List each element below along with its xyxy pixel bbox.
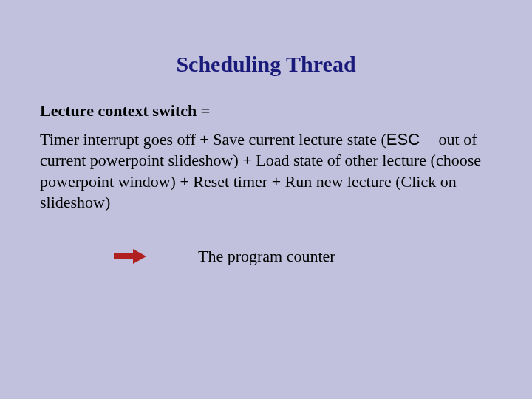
paragraph-prefix: Timer interrupt goes off + Save current … [40,130,386,149]
context-switch-paragraph: Timer interrupt goes off + Save current … [40,129,488,214]
arrow-row: The program counter [114,246,488,267]
slide: Scheduling Thread Lecture context switch… [0,52,532,399]
right-arrow-icon [114,250,146,262]
context-switch-heading: Lecture context switch = [40,100,488,122]
slide-title: Scheduling Thread [0,52,532,77]
slide-body: Lecture context switch = Timer interrupt… [40,100,488,267]
esc-key-label: ESC [386,130,420,149]
arrow-label: The program counter [198,246,335,267]
